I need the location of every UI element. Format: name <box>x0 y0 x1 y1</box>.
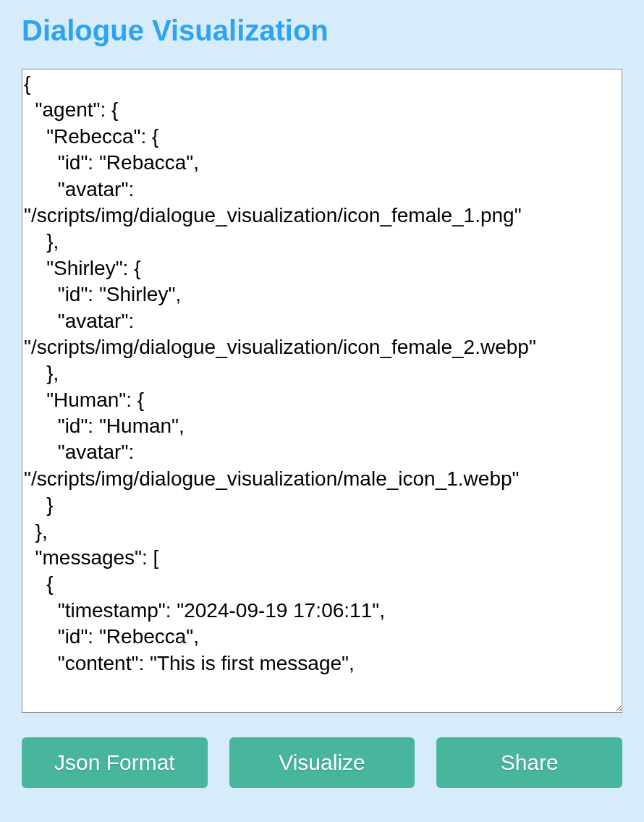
button-row: Json Format Visualize Share <box>22 737 622 788</box>
json-input-textarea[interactable]: { "agent": { "Rebecca": { "id": "Rebacca… <box>22 69 622 713</box>
share-button[interactable]: Share <box>436 737 622 788</box>
visualize-button[interactable]: Visualize <box>229 737 415 788</box>
json-format-button[interactable]: Json Format <box>22 737 208 788</box>
page-title: Dialogue Visualization <box>22 14 622 47</box>
